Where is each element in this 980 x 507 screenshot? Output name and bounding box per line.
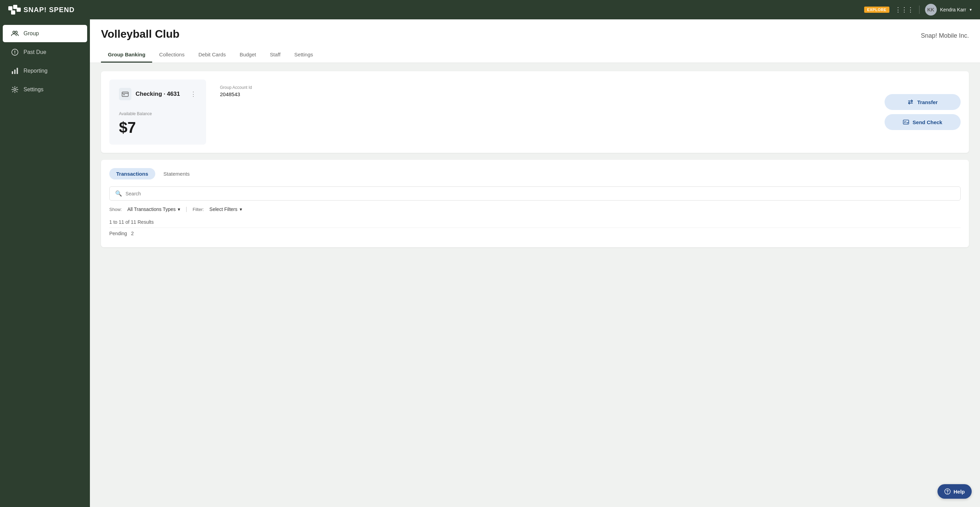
- account-card-box: Checking · 4631 ⋮ Available Balance $7: [109, 79, 206, 145]
- balance-amount: $7: [119, 119, 196, 136]
- grid-icon[interactable]: ⋮⋮⋮: [895, 6, 913, 13]
- tab-collections[interactable]: Collections: [152, 48, 191, 63]
- svg-point-12: [14, 89, 16, 91]
- account-icon: [119, 88, 131, 100]
- svg-rect-10: [14, 70, 16, 74]
- page-header: Volleyball Club Snap! Mobile Inc. Group …: [90, 19, 980, 63]
- logo[interactable]: SNAP! SPEND: [8, 5, 75, 14]
- balance-label: Available Balance: [119, 111, 196, 116]
- search-bar: 🔍: [109, 186, 961, 200]
- reporting-icon: [11, 67, 19, 75]
- main-layout: Group Past Due Reporting: [0, 19, 980, 507]
- main-content: Checking · 4631 ⋮ Available Balance $7 G…: [90, 63, 980, 256]
- chevron-down-icon: ▾: [970, 7, 972, 12]
- avatar: KK: [925, 4, 937, 16]
- nav-divider: [919, 6, 920, 14]
- explore-badge: EXPLORE: [864, 6, 889, 13]
- sub-tabs: Transactions Statements: [109, 168, 961, 180]
- tab-budget[interactable]: Budget: [233, 48, 263, 63]
- help-icon: [944, 488, 951, 494]
- sidebar-item-settings[interactable]: Settings: [3, 81, 87, 98]
- account-info-block: Checking · 4631 ⋮ Available Balance $7 G…: [109, 79, 885, 145]
- svg-point-18: [947, 493, 948, 494]
- tab-settings[interactable]: Settings: [287, 48, 320, 63]
- top-nav: SNAP! SPEND EXPLORE ⋮⋮⋮ KK Kendra Karr ▾: [0, 0, 980, 19]
- sidebar-item-group[interactable]: Group: [3, 25, 87, 42]
- group-icon: [11, 30, 19, 37]
- chevron-down-filter-icon: ▾: [240, 207, 242, 212]
- group-account-id-label: Group Account Id: [220, 85, 252, 90]
- content-area: Volleyball Club Snap! Mobile Inc. Group …: [90, 19, 980, 507]
- account-card: Checking · 4631 ⋮ Available Balance $7 G…: [101, 71, 969, 153]
- filter-label: Filter:: [192, 207, 204, 212]
- send-check-button[interactable]: Send Check: [885, 114, 961, 130]
- search-icon: 🔍: [115, 190, 122, 197]
- tab-debit-cards[interactable]: Debit Cards: [192, 48, 233, 63]
- account-title-group: Checking · 4631: [119, 88, 180, 100]
- account-meta: Group Account Id 2048543: [220, 79, 252, 103]
- settings-icon: [11, 86, 19, 94]
- sub-tab-transactions[interactable]: Transactions: [109, 168, 155, 180]
- svg-point-5: [15, 31, 17, 33]
- company-name: Snap! Mobile Inc.: [921, 32, 969, 40]
- tab-staff[interactable]: Staff: [263, 48, 287, 63]
- account-name: Checking · 4631: [135, 91, 180, 97]
- help-label: Help: [953, 489, 965, 494]
- svg-point-8: [14, 53, 15, 54]
- transactions-card: Transactions Statements 🔍 Show: All Tran…: [101, 160, 969, 247]
- transaction-type-filter[interactable]: All Transactions Types ▾: [127, 207, 180, 212]
- tab-group-banking[interactable]: Group Banking: [101, 48, 152, 63]
- pending-row: Pending 2: [109, 227, 961, 239]
- app-name: SNAP! SPEND: [24, 6, 75, 14]
- group-account-id: 2048543: [220, 91, 252, 97]
- sidebar-item-past-due-label: Past Due: [24, 49, 46, 55]
- select-filters[interactable]: Select Filters ▾: [210, 207, 242, 212]
- sidebar: Group Past Due Reporting: [0, 19, 90, 507]
- sidebar-item-reporting-label: Reporting: [24, 68, 48, 74]
- svg-rect-11: [17, 68, 18, 74]
- filter-row: Show: All Transactions Types ▾ | Filter:…: [109, 206, 961, 212]
- page-title-row: Volleyball Club Snap! Mobile Inc.: [101, 28, 969, 40]
- send-check-icon: [903, 119, 909, 125]
- help-button[interactable]: Help: [937, 484, 972, 499]
- svg-rect-9: [12, 71, 13, 74]
- svg-rect-0: [8, 6, 13, 10]
- chevron-down-transactions-icon: ▾: [178, 207, 180, 212]
- results-count: 1 to 11 of 11 Results: [109, 219, 961, 225]
- send-check-label: Send Check: [913, 119, 942, 125]
- more-options-icon[interactable]: ⋮: [190, 90, 196, 98]
- pending-label: Pending: [109, 230, 127, 236]
- account-section: Checking · 4631 ⋮ Available Balance $7 G…: [109, 79, 961, 145]
- sub-tab-statements[interactable]: Statements: [157, 168, 197, 180]
- action-buttons: Transfer Send Check: [885, 94, 961, 130]
- transfer-icon: [907, 99, 913, 105]
- svg-rect-16: [903, 120, 909, 124]
- user-info[interactable]: KK Kendra Karr ▾: [925, 4, 972, 16]
- filter-divider: |: [186, 206, 187, 212]
- account-header: Checking · 4631 ⋮: [119, 88, 196, 100]
- filter-value: Select Filters: [210, 207, 237, 212]
- show-label: Show:: [109, 207, 122, 212]
- nav-right: EXPLORE ⋮⋮⋮ KK Kendra Karr ▾: [864, 4, 972, 16]
- svg-rect-2: [17, 8, 21, 12]
- sidebar-item-past-due[interactable]: Past Due: [3, 44, 87, 61]
- svg-rect-13: [122, 92, 128, 97]
- search-input[interactable]: [126, 191, 955, 196]
- transfer-button[interactable]: Transfer: [885, 94, 961, 110]
- svg-rect-15: [123, 94, 125, 95]
- page-tabs: Group Banking Collections Debit Cards Bu…: [101, 48, 969, 63]
- sidebar-item-reporting[interactable]: Reporting: [3, 62, 87, 79]
- sidebar-item-settings-label: Settings: [24, 86, 44, 93]
- transfer-label: Transfer: [917, 99, 937, 105]
- balance-section: Available Balance $7: [119, 111, 196, 136]
- logo-icon: [8, 5, 21, 14]
- pending-count: 2: [131, 230, 134, 236]
- page-title: Volleyball Club: [101, 28, 180, 40]
- alert-icon: [11, 48, 19, 56]
- sidebar-item-group-label: Group: [24, 30, 39, 37]
- transaction-type-value: All Transactions Types: [127, 207, 176, 212]
- svg-point-4: [13, 31, 15, 33]
- user-name: Kendra Karr: [940, 7, 966, 13]
- svg-rect-3: [11, 10, 15, 14]
